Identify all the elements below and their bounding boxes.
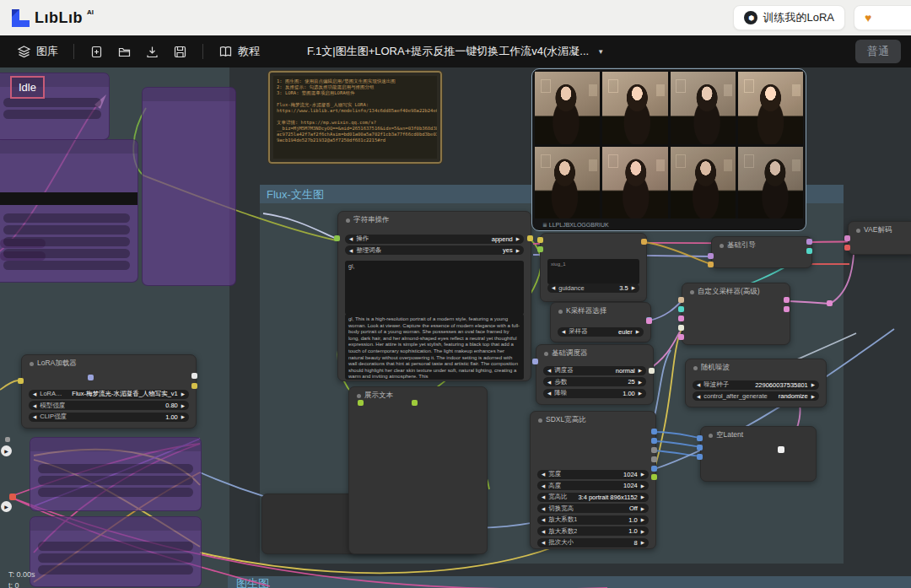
output-port[interactable] [651, 447, 657, 453]
empty-latent-node[interactable]: 空Latent [700, 426, 817, 482]
portrait-photo[interactable] [738, 147, 803, 219]
random-noise-node[interactable]: 随机噪波 噪波种子229060037535801control_after_ge… [685, 359, 827, 407]
widget-row[interactable]: CLIP强度1.00 [29, 413, 189, 422]
input-port[interactable] [532, 359, 538, 364]
new-workflow-button[interactable] [83, 40, 111, 63]
output-port[interactable] [651, 474, 657, 480]
input-port[interactable] [844, 235, 850, 241]
gallery-button[interactable]: 图库 [10, 40, 65, 63]
output-port[interactable] [641, 239, 647, 245]
tutorial-button[interactable]: 教程 [212, 40, 267, 63]
portrait-photo[interactable] [671, 147, 736, 219]
portrait-photo[interactable] [602, 147, 667, 219]
input-port[interactable] [678, 297, 684, 303]
node-collapse-dot[interactable] [690, 290, 694, 294]
input-port[interactable] [334, 235, 340, 241]
string-result-textarea[interactable]: gl, This is a high-resolution portrait o… [345, 314, 524, 380]
output-port[interactable] [651, 429, 657, 434]
portrait-photo[interactable] [671, 72, 736, 144]
lora-loader-node[interactable]: LoRA加载器 LoRA名称Flux-梅梦流光-水湄凝香_人物写实_v1模型强度… [21, 354, 197, 429]
collapsed-node-toggle[interactable]: ▶ [1, 501, 12, 512]
string-operation-node[interactable]: 字符串操作 操作append整理词条yes gl, gl, This is a … [337, 211, 531, 381]
basic-guider-node[interactable]: 基础引导 [711, 236, 812, 268]
portrait-photo[interactable] [535, 147, 600, 219]
input-port[interactable] [678, 325, 684, 331]
ksampler-select-node[interactable]: K采样器选择 采样器euler [550, 302, 651, 343]
node-collapse-dot[interactable] [538, 418, 542, 423]
input-port[interactable] [697, 435, 703, 441]
node-collapse-dot[interactable] [346, 218, 350, 223]
output-port[interactable] [651, 456, 657, 462]
widget-row[interactable]: 切换宽高Off [537, 504, 649, 513]
reroute-dot[interactable] [5, 437, 10, 442]
widget-row[interactable]: 模型强度0.80 [29, 401, 189, 410]
input-port[interactable] [537, 246, 543, 252]
output-port[interactable] [806, 248, 812, 254]
node-collapse-dot[interactable] [30, 362, 34, 366]
note-node[interactable]: 1: 图生图: 使用前点编辑启用/垫图文生图实现快速出图2: 反推提示: 勾选反… [268, 71, 442, 164]
reroute-dot[interactable] [778, 446, 784, 453]
widget-row[interactable]: 整理词条yes [345, 245, 524, 255]
portrait-photo[interactable] [602, 72, 667, 144]
input-port[interactable] [358, 400, 364, 406]
portrait-photo[interactable] [738, 72, 803, 144]
input-port[interactable] [708, 253, 714, 259]
node-collapse-dot[interactable] [357, 394, 361, 398]
vae-decode-node[interactable]: VAE解码 [848, 221, 911, 255]
widget-row[interactable]: 批次大小8 [537, 538, 649, 548]
reroute-dot[interactable] [827, 300, 833, 306]
widget-row[interactable]: 步数25 [543, 377, 646, 386]
basic-scheduler-node[interactable]: 基础调度器 调度器normal步数25降噪1.00 [536, 344, 654, 405]
output-port[interactable] [784, 297, 790, 303]
widget-row[interactable]: 放大系数11.0 [537, 515, 649, 525]
reroute-dot[interactable] [9, 494, 16, 500]
bypassed-node[interactable] [142, 87, 236, 286]
workflow-title-dropdown[interactable]: F.1文|图生图+LORA+提示反推一键切换工作流v4(水湄凝... ▼ [307, 44, 604, 59]
input-port[interactable] [88, 375, 94, 380]
node-collapse-dot[interactable] [544, 352, 548, 356]
widget-row[interactable]: LoRA名称Flux-梅梦流光-水湄凝香_人物写实_v1 [29, 390, 189, 399]
output-port[interactable] [191, 373, 197, 379]
widget-row[interactable]: 噪波种子229060037535801 [693, 380, 819, 390]
bypassed-lora-node[interactable] [30, 516, 202, 587]
group-img2img-header[interactable] [228, 576, 911, 588]
show-text-node[interactable]: 展示文本 [348, 386, 488, 554]
reroute-dot[interactable] [646, 318, 652, 324]
input-port[interactable] [708, 262, 714, 267]
collapsed-node-toggle[interactable]: ▶ [1, 445, 12, 456]
input-port[interactable] [844, 245, 850, 251]
output-port[interactable] [651, 466, 657, 472]
node-collapse-dot[interactable] [558, 310, 563, 314]
output-port[interactable] [191, 383, 197, 389]
mode-button[interactable]: 普通 [855, 40, 901, 63]
output-port[interactable] [784, 306, 790, 312]
widget-row[interactable]: 宽度1024 [537, 470, 649, 479]
output-port[interactable] [806, 239, 812, 245]
input-port[interactable] [678, 316, 684, 321]
widget-row[interactable]: 操作append [345, 235, 524, 244]
widget-row[interactable]: 高度1024 [537, 481, 649, 490]
widget-row[interactable]: 降噪1.00 [543, 389, 646, 398]
output-port[interactable] [412, 400, 418, 406]
flux-guidance-node[interactable]: xiug_1 guidance3.5 [540, 233, 647, 302]
output-port[interactable] [651, 438, 657, 444]
widget-row[interactable]: 采样器euler [558, 327, 644, 337]
bypassed-lora-node[interactable] [30, 437, 202, 511]
input-port[interactable] [678, 306, 684, 312]
input-port[interactable] [697, 445, 703, 450]
input-port[interactable] [18, 378, 24, 384]
input-port[interactable] [678, 334, 684, 340]
portrait-photo[interactable] [535, 72, 600, 144]
node-graph-canvas[interactable]: Flux-文生图 图生图 [0, 67, 911, 588]
node-collapse-dot[interactable] [709, 434, 713, 438]
output-port[interactable] [527, 235, 533, 241]
node-collapse-dot[interactable] [720, 244, 724, 248]
bypassed-node[interactable] [0, 139, 138, 283]
import-button[interactable] [138, 40, 166, 63]
input-port[interactable] [537, 237, 543, 243]
train-lora-button[interactable]: ⬢ 训练我的LoRA [733, 5, 845, 30]
membership-button[interactable]: ♥ [854, 5, 911, 30]
widget-row[interactable]: 放大系数21.0 [537, 526, 649, 536]
preview-image-node[interactable]: ≣ LLPLJBXLOGGBRIUK [531, 68, 806, 231]
liblib-logo[interactable]: LıbLıb AI [10, 8, 94, 28]
